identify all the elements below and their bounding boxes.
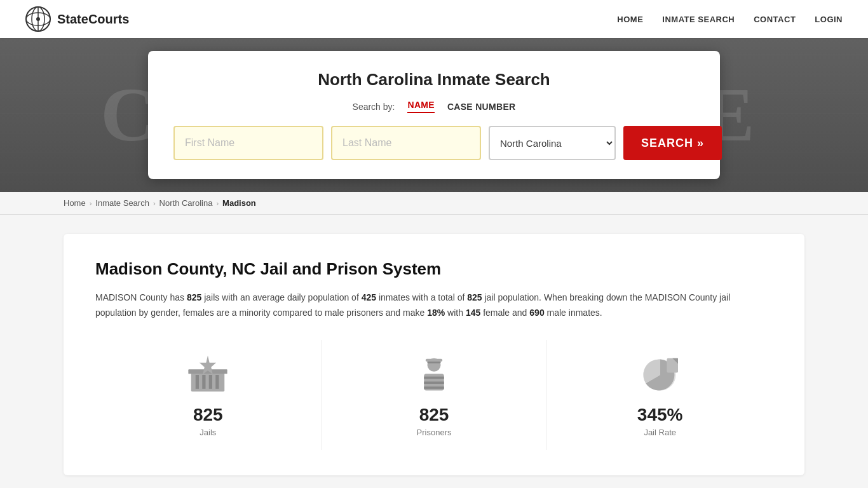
main-nav: HOME INMATE SEARCH CONTACT LOGIN bbox=[617, 13, 843, 25]
search-inputs-row: North Carolina Alabama Alaska Arizona Ca… bbox=[173, 126, 695, 160]
stat-jail-rate: 345% Jail Rate bbox=[547, 340, 773, 450]
search-by-row: Search by: NAME CASE NUMBER bbox=[173, 100, 695, 113]
stats-row: 825 Jails 825 P bbox=[95, 340, 773, 450]
breadcrumb-sep-1: › bbox=[90, 200, 92, 207]
content-card: Madison County, NC Jail and Prison Syste… bbox=[64, 234, 804, 475]
tab-case-number[interactable]: CASE NUMBER bbox=[447, 102, 516, 112]
chart-icon bbox=[638, 353, 682, 397]
breadcrumb-inmate-search[interactable]: Inmate Search bbox=[95, 198, 149, 208]
jail-rate-label: Jail Rate bbox=[644, 428, 676, 437]
logo-area[interactable]: StateCourts bbox=[25, 6, 129, 32]
jails-label: Jails bbox=[200, 428, 216, 437]
prisoner-icon bbox=[412, 353, 456, 397]
search-button[interactable]: SEARCH » bbox=[623, 126, 722, 160]
svg-rect-7 bbox=[203, 375, 206, 389]
tab-name[interactable]: NAME bbox=[407, 100, 434, 113]
last-name-input[interactable] bbox=[331, 126, 481, 160]
jail-rate-number: 345% bbox=[637, 405, 683, 425]
main-content: Madison County, NC Jail and Prison Syste… bbox=[0, 215, 868, 488]
svg-rect-17 bbox=[424, 381, 444, 384]
svg-rect-16 bbox=[424, 376, 444, 379]
state-select[interactable]: North Carolina Alabama Alaska Arizona Ca… bbox=[489, 126, 616, 160]
stat-prisoners: 825 Prisoners bbox=[322, 340, 548, 450]
nav-inmate-search[interactable]: INMATE SEARCH bbox=[662, 15, 735, 24]
breadcrumb-sep-3: › bbox=[216, 200, 219, 207]
county-description: MADISON County has 825 jails with an ave… bbox=[95, 290, 773, 321]
svg-rect-9 bbox=[216, 375, 219, 389]
nav-list: HOME INMATE SEARCH CONTACT LOGIN bbox=[617, 13, 843, 25]
svg-rect-18 bbox=[424, 386, 444, 389]
hero-section: COURTHOUSE North Carolina Inmate Search … bbox=[0, 38, 868, 192]
header: StateCourts HOME INMATE SEARCH CONTACT L… bbox=[0, 0, 868, 38]
search-card-title: North Carolina Inmate Search bbox=[173, 70, 695, 90]
stat-jails: 825 Jails bbox=[95, 340, 322, 450]
breadcrumb-home[interactable]: Home bbox=[64, 198, 86, 208]
nav-home[interactable]: HOME bbox=[617, 15, 643, 24]
breadcrumb-current: Madison bbox=[222, 198, 256, 208]
logo-text: StateCourts bbox=[57, 12, 129, 27]
prisoners-number: 825 bbox=[419, 405, 449, 425]
jails-number: 825 bbox=[193, 405, 223, 425]
breadcrumb: Home › Inmate Search › North Carolina › … bbox=[0, 192, 868, 215]
svg-rect-14 bbox=[426, 358, 442, 361]
first-name-input[interactable] bbox=[173, 126, 323, 160]
county-title: Madison County, NC Jail and Prison Syste… bbox=[95, 259, 773, 279]
breadcrumb-state[interactable]: North Carolina bbox=[159, 198, 213, 208]
svg-rect-6 bbox=[196, 375, 199, 389]
search-card: North Carolina Inmate Search Search by: … bbox=[148, 51, 720, 179]
search-by-label: Search by: bbox=[353, 102, 395, 112]
jail-icon bbox=[186, 353, 230, 397]
breadcrumb-sep-2: › bbox=[153, 200, 156, 207]
nav-contact[interactable]: CONTACT bbox=[754, 15, 796, 24]
svg-rect-8 bbox=[209, 375, 212, 389]
logo-icon bbox=[25, 6, 51, 32]
nav-login[interactable]: LOGIN bbox=[815, 15, 843, 24]
prisoners-label: Prisoners bbox=[417, 428, 452, 437]
